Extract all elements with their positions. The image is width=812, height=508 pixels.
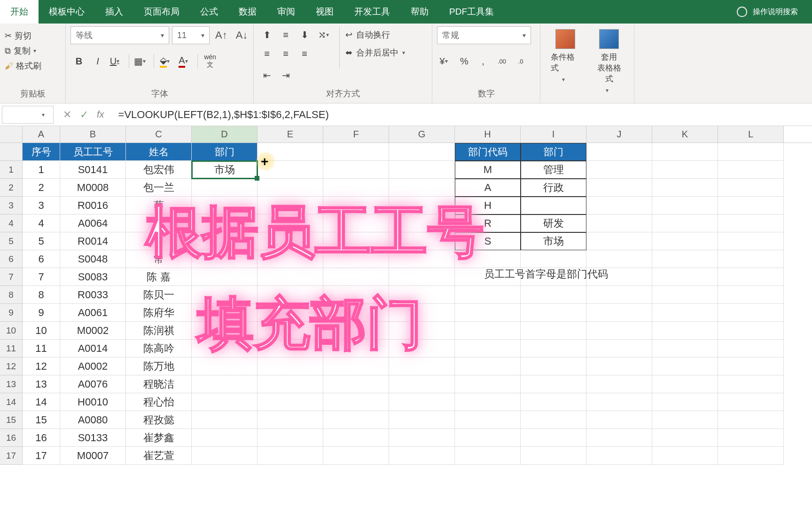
cell[interactable]	[652, 411, 718, 429]
tab-dev[interactable]: 开发工具	[344, 0, 400, 24]
row-header[interactable]: 4	[0, 214, 23, 232]
cell[interactable]	[718, 232, 784, 250]
cell[interactable]: R0014	[60, 232, 126, 250]
cell[interactable]	[652, 357, 718, 375]
cell[interactable]: 16	[23, 429, 60, 447]
cell[interactable]	[586, 375, 652, 393]
cell[interactable]	[652, 304, 718, 322]
cell[interactable]	[389, 393, 455, 411]
cell[interactable]	[586, 357, 652, 375]
cell[interactable]	[652, 161, 718, 179]
cell[interactable]: 陈万地	[126, 357, 192, 375]
cell[interactable]	[718, 375, 784, 393]
indent-increase-button[interactable]: ⇥	[277, 67, 294, 84]
decrease-decimal-button[interactable]: .0	[512, 53, 529, 70]
cell[interactable]	[586, 340, 652, 357]
cell[interactable]: H0010	[60, 393, 126, 411]
cell[interactable]: S0083	[60, 268, 126, 286]
cancel-formula-icon[interactable]: ✕	[63, 109, 71, 121]
cell[interactable]	[718, 429, 784, 447]
cell[interactable]	[192, 357, 258, 375]
cell[interactable]	[389, 143, 455, 161]
cell[interactable]	[258, 340, 323, 357]
cell[interactable]: S0141	[60, 161, 126, 179]
cell[interactable]	[192, 322, 258, 340]
bold-button[interactable]: B	[70, 53, 87, 70]
cell[interactable]	[323, 375, 389, 393]
cell[interactable]	[455, 250, 521, 268]
fill-color-button[interactable]: ⬙▾	[158, 53, 175, 70]
cell[interactable]: 姓名	[126, 143, 192, 161]
cell[interactable]	[258, 268, 323, 286]
cell[interactable]	[192, 375, 258, 393]
cell[interactable]	[323, 411, 389, 429]
border-button[interactable]: ▦▾	[133, 53, 150, 70]
row-header[interactable]: 10	[0, 322, 23, 340]
cell[interactable]	[455, 286, 521, 304]
cell[interactable]	[718, 214, 784, 232]
cell[interactable]: A0076	[60, 375, 126, 393]
cell[interactable]	[455, 304, 521, 322]
col-header[interactable]: F	[323, 126, 389, 143]
cell[interactable]: 崔梦鑫	[126, 429, 192, 447]
cell[interactable]	[192, 179, 258, 197]
format-painter-button[interactable]: 🖌格式刷	[5, 60, 41, 71]
tab-formula[interactable]: 公式	[190, 0, 228, 24]
align-right-button[interactable]: ≡	[296, 45, 313, 62]
row-header[interactable]: 1	[0, 161, 23, 179]
col-header[interactable]: G	[389, 126, 455, 143]
cell[interactable]	[718, 411, 784, 429]
cell[interactable]: 管理	[521, 161, 586, 179]
cell[interactable]: 研发	[521, 214, 586, 232]
cell[interactable]: 曾	[126, 214, 192, 232]
fx-icon[interactable]: fx	[97, 109, 104, 120]
cell[interactable]: 市场	[192, 161, 258, 179]
tab-insert[interactable]: 插入	[95, 0, 133, 24]
cell[interactable]	[718, 357, 784, 375]
accept-formula-icon[interactable]: ✓	[80, 109, 88, 121]
row-header[interactable]: 8	[0, 286, 23, 304]
tab-template[interactable]: 模板中心	[39, 0, 95, 24]
row-header[interactable]: 12	[0, 357, 23, 375]
italic-button[interactable]: I	[89, 53, 106, 70]
cell[interactable]: 4	[23, 214, 60, 232]
cell[interactable]	[323, 322, 389, 340]
row-header[interactable]: 2	[0, 179, 23, 197]
col-header[interactable]: A	[23, 126, 60, 143]
name-box[interactable]: ▾	[2, 106, 54, 124]
cell[interactable]: 包宏伟	[126, 161, 192, 179]
number-format-combo[interactable]: 常规▾	[437, 26, 531, 44]
cell[interactable]: R0033	[60, 286, 126, 304]
cell[interactable]	[586, 197, 652, 214]
cell[interactable]	[652, 393, 718, 411]
cell[interactable]	[652, 322, 718, 340]
cell[interactable]: 陈府华	[126, 304, 192, 322]
cell[interactable]	[323, 340, 389, 357]
cell[interactable]: 常	[126, 250, 192, 268]
cell[interactable]: 3	[23, 197, 60, 214]
cell[interactable]	[718, 161, 784, 179]
cell[interactable]: 序号	[23, 143, 60, 161]
cell[interactable]: R0016	[60, 197, 126, 214]
cell[interactable]: 部门代码	[455, 143, 521, 161]
cell[interactable]: 行政	[521, 179, 586, 197]
cell[interactable]	[323, 393, 389, 411]
cell[interactable]	[389, 375, 455, 393]
row-header[interactable]	[0, 143, 23, 161]
cell[interactable]	[258, 161, 323, 179]
cell[interactable]	[192, 286, 258, 304]
cell[interactable]	[389, 304, 455, 322]
cell[interactable]	[521, 447, 586, 465]
cell[interactable]: 17	[23, 447, 60, 465]
align-top-button[interactable]: ⬆	[258, 26, 275, 43]
cell[interactable]	[389, 268, 455, 286]
tell-me-search[interactable]: 操作说明搜索	[723, 7, 812, 17]
cell[interactable]	[192, 304, 258, 322]
cell[interactable]	[192, 393, 258, 411]
cell[interactable]: 14	[23, 393, 60, 411]
row-header[interactable]: 11	[0, 340, 23, 357]
cell[interactable]	[258, 411, 323, 429]
cell[interactable]	[718, 304, 784, 322]
cell[interactable]	[192, 411, 258, 429]
cell[interactable]	[718, 286, 784, 304]
